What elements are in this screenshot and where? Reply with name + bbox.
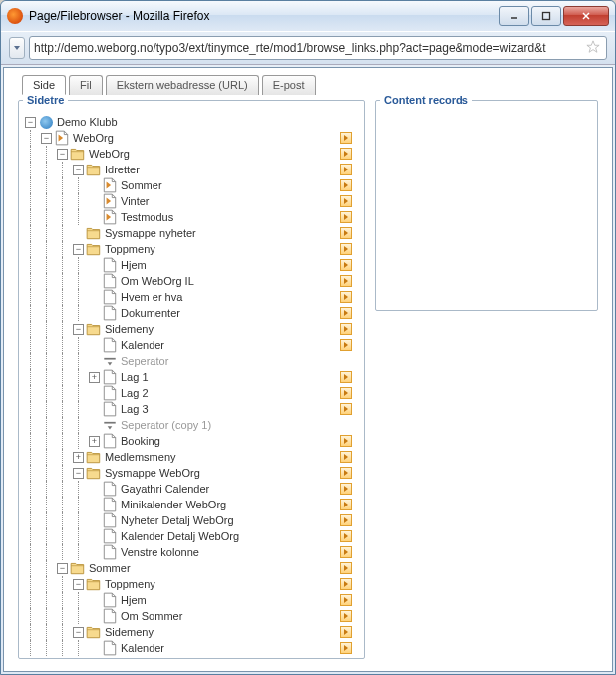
tree-label-idretter[interactable]: Idretter	[105, 164, 140, 175]
tree-node-hjem: Hjem	[23, 257, 360, 273]
tree-label-kalender[interactable]: Kalender	[121, 339, 164, 351]
select-lag-3-button[interactable]	[340, 403, 352, 415]
tree-label-seperator[interactable]: Seperator	[121, 355, 168, 367]
toggle-weborg-folder[interactable]: −	[57, 149, 68, 160]
select-sidemeny-2-button[interactable]	[340, 626, 352, 638]
page-icon	[102, 608, 118, 624]
tree-label-gayathri-calender[interactable]: Gayathri Calender	[121, 483, 209, 495]
toggle-idretter[interactable]: −	[73, 165, 84, 175]
tree-label-dokumenter[interactable]: Dokumenter	[121, 307, 180, 319]
tree-node-gayathri-calender: Gayathri Calender	[23, 481, 360, 497]
tree-label-venstre-kolonne[interactable]: Venstre kolonne	[121, 546, 199, 558]
tree-label-sidemeny-2[interactable]: Sidemeny	[105, 626, 154, 638]
tree-label-hvem-er-hva[interactable]: Hvem er hva	[121, 291, 182, 303]
extpage-icon	[54, 130, 70, 146]
tree-label-sidemeny[interactable]: Sidemeny	[105, 323, 154, 335]
minimize-button[interactable]	[499, 6, 529, 26]
select-toppmeny-2-button[interactable]	[340, 578, 352, 590]
toggle-medlemsmeny[interactable]: +	[73, 452, 84, 463]
select-hjem-button[interactable]	[340, 259, 352, 271]
tree-label-testmodus[interactable]: Testmodus	[121, 211, 173, 223]
toggle-sommer-folder[interactable]: −	[57, 563, 68, 574]
toggle-booking[interactable]: +	[89, 436, 100, 447]
toggle-toppmeny[interactable]: −	[73, 244, 84, 255]
tree-node-hvem-er-hva: Hvem er hva	[23, 289, 360, 305]
select-dokumenter-button[interactable]	[340, 307, 352, 319]
tab-fil[interactable]: Fil	[69, 75, 103, 95]
url-bar[interactable]	[29, 36, 607, 60]
select-kalender-button[interactable]	[340, 339, 352, 351]
close-button[interactable]	[563, 6, 609, 26]
tree-label-nyheter-detalj-weborg[interactable]: Nyheter Detalj WebOrg	[121, 514, 234, 526]
toggle-demo-klubb[interactable]: −	[25, 117, 36, 128]
select-hvem-er-hva-button[interactable]	[340, 291, 352, 303]
toggle-toppmeny-2[interactable]: −	[73, 579, 84, 590]
select-medlemsmeny-button[interactable]	[340, 451, 352, 463]
toggle-sidemeny[interactable]: −	[73, 324, 84, 335]
select-sommer-ext-button[interactable]	[340, 179, 352, 191]
tree-node-om-weborg-il: Om WebOrg IL	[23, 273, 360, 289]
tree-label-kalender-detalj-weborg[interactable]: Kalender Detalj WebOrg	[121, 530, 239, 542]
select-vinter-ext-button[interactable]	[340, 195, 352, 207]
tree-node-kalender-detalj-weborg: Kalender Detalj WebOrg	[23, 528, 360, 544]
select-kalender-2-button[interactable]	[340, 642, 352, 654]
select-testmodus-button[interactable]	[340, 211, 352, 223]
content-records-panel: Content records	[375, 94, 598, 311]
toggle-sysmappe-weborg[interactable]: −	[73, 468, 84, 479]
select-nyheter-detalj-weborg-button[interactable]	[340, 514, 352, 526]
folder-icon	[86, 576, 102, 592]
select-lag-1-button[interactable]	[340, 371, 352, 383]
tree-label-kalender-2[interactable]: Kalender	[121, 642, 164, 654]
select-sysmappe-nyheter-button[interactable]	[340, 227, 352, 239]
select-toppmeny-button[interactable]	[340, 243, 352, 255]
tree-label-vinter-ext[interactable]: Vinter	[121, 195, 150, 207]
select-sysmappe-weborg-button[interactable]	[340, 467, 352, 479]
toggle-weborg[interactable]: −	[41, 133, 52, 144]
select-sidemeny-button[interactable]	[340, 323, 352, 335]
tree-label-medlemsmeny[interactable]: Medlemsmeny	[105, 451, 176, 463]
select-idretter-button[interactable]	[340, 164, 352, 175]
select-booking-button[interactable]	[340, 435, 352, 447]
select-om-weborg-il-button[interactable]	[340, 275, 352, 287]
tree-label-seperator-copy-1[interactable]: Seperator (copy 1)	[121, 419, 211, 431]
tree-label-hjem-2[interactable]: Hjem	[121, 594, 147, 606]
back-dropdown-button[interactable]	[9, 37, 25, 59]
select-venstre-kolonne-button[interactable]	[340, 546, 352, 558]
tab-epost[interactable]: E-post	[262, 75, 316, 95]
tree-label-minikalender-weborg[interactable]: Minikalender WebOrg	[121, 499, 226, 510]
tree-label-sommer-folder[interactable]: Sommer	[89, 562, 131, 574]
select-sommer-folder-button[interactable]	[340, 562, 352, 574]
tab-side[interactable]: Side	[22, 75, 66, 95]
toggle-sidemeny-2[interactable]: −	[73, 627, 84, 638]
tree-label-booking[interactable]: Booking	[121, 435, 160, 447]
tree-label-lag-3[interactable]: Lag 3	[121, 403, 149, 415]
select-weborg-folder-button[interactable]	[340, 148, 352, 160]
url-input[interactable]	[34, 41, 586, 55]
tab-ekstern[interactable]: Ekstern webadresse (URL)	[106, 75, 259, 95]
select-hjem-2-button[interactable]	[340, 594, 352, 606]
select-gayathri-calender-button[interactable]	[340, 483, 352, 495]
tree-label-om-sommer[interactable]: Om Sommer	[121, 610, 182, 622]
bookmark-star-icon[interactable]	[586, 40, 602, 56]
maximize-button[interactable]	[531, 6, 561, 26]
tree-label-weborg[interactable]: WebOrg	[73, 132, 114, 144]
tree-label-weborg-folder[interactable]: WebOrg	[89, 148, 130, 160]
toggle-lag-1[interactable]: +	[89, 372, 100, 383]
tree-label-lag-1[interactable]: Lag 1	[121, 371, 149, 383]
select-om-sommer-button[interactable]	[340, 610, 352, 622]
select-minikalender-weborg-button[interactable]	[340, 499, 352, 510]
tree-label-hjem[interactable]: Hjem	[121, 259, 147, 271]
tree-label-lag-2[interactable]: Lag 2	[121, 387, 149, 399]
tree-label-sysmappe-nyheter[interactable]: Sysmappe nyheter	[105, 227, 196, 239]
tree-label-demo-klubb[interactable]: Demo Klubb	[57, 116, 118, 128]
tree-label-toppmeny[interactable]: Toppmeny	[105, 243, 155, 255]
tree-label-sommer-ext[interactable]: Sommer	[121, 179, 162, 191]
select-kalender-detalj-weborg-button[interactable]	[340, 530, 352, 542]
tree-label-toppmeny-2[interactable]: Toppmeny	[105, 578, 155, 590]
tree-label-sysmappe-weborg[interactable]: Sysmappe WebOrg	[105, 467, 200, 479]
select-weborg-button[interactable]	[340, 132, 352, 144]
titlebar: Page/Filebrowser - Mozilla Firefox	[1, 1, 615, 31]
tree-label-om-weborg-il[interactable]: Om WebOrg IL	[121, 275, 194, 287]
page-icon	[102, 512, 118, 528]
select-lag-2-button[interactable]	[340, 387, 352, 399]
